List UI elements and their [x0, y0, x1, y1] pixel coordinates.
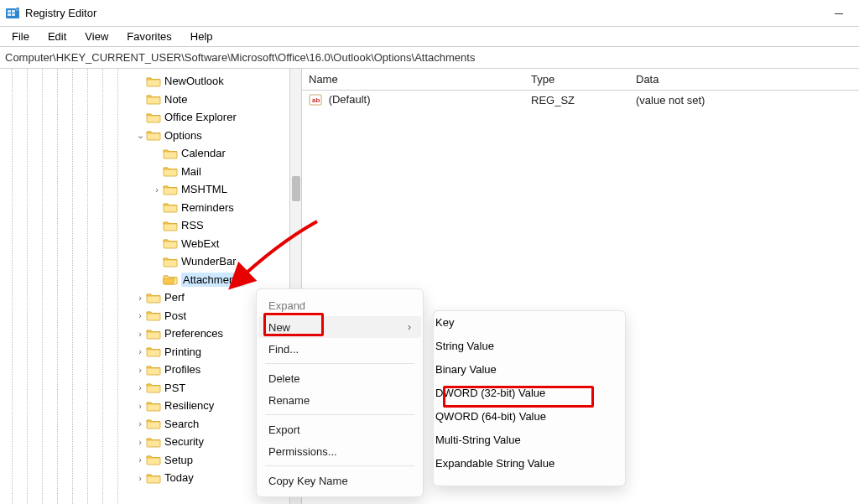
- tree-item-label: Options: [164, 129, 202, 142]
- tree-item-label: WunderBar: [181, 255, 237, 268]
- tree-item-label: Perf: [164, 291, 185, 304]
- submenu-string-value[interactable]: String Value: [435, 340, 623, 363]
- tree-twisty[interactable]: ›: [151, 184, 163, 195]
- tree-item-label: Calendar: [181, 147, 226, 159]
- folder-icon: [146, 309, 161, 321]
- menu-item-label: Rename: [268, 394, 310, 407]
- submenu-expandable-string-value[interactable]: Expandable String Value: [435, 457, 623, 481]
- menu-permissions-[interactable]: Permissions...: [258, 440, 421, 462]
- tree-item-calendar[interactable]: Calendar: [0, 144, 301, 163]
- tree-twisty[interactable]: ›: [134, 365, 146, 375]
- menu-edit[interactable]: Edit: [39, 29, 75, 44]
- tree-item-webext[interactable]: WebExt: [0, 235, 301, 253]
- submenu-dword-32-bit-value[interactable]: DWORD (32-bit) Value: [435, 387, 623, 410]
- svg-text:ab: ab: [312, 96, 320, 104]
- folder-icon: [163, 256, 178, 268]
- menu-delete[interactable]: Delete: [258, 367, 421, 389]
- tree-item-options[interactable]: ⌄Options: [0, 127, 301, 145]
- folder-icon: [146, 328, 161, 340]
- menu-item-label: Delete: [268, 372, 300, 385]
- menu-item-label: Find...: [268, 343, 299, 356]
- menu-favorites[interactable]: Favorites: [118, 29, 180, 44]
- submenu-qword-64-bit-value[interactable]: QWORD (64-bit) Value: [435, 410, 623, 434]
- svg-rect-6: [835, 13, 843, 14]
- menu-copy-key-name[interactable]: Copy Key Name: [258, 470, 421, 491]
- menu-expand: Expand: [258, 294, 421, 316]
- tree-item-reminders[interactable]: Reminders: [0, 199, 301, 217]
- menu-help[interactable]: Help: [182, 29, 221, 44]
- column-name[interactable]: Name: [302, 70, 524, 89]
- tree-item-newoutlook[interactable]: NewOutlook: [0, 72, 301, 91]
- tree-twisty[interactable]: ›: [134, 401, 146, 411]
- tree-twisty[interactable]: ›: [134, 329, 146, 339]
- tree-item-rss[interactable]: RSS: [0, 216, 301, 235]
- tree-item-note[interactable]: Note: [0, 91, 301, 109]
- menu-separator: [265, 414, 414, 415]
- folder-icon: [146, 454, 161, 465]
- cell-type: REG_SZ: [524, 92, 629, 108]
- list-row[interactable]: ab (Default) REG_SZ (value not set): [302, 91, 859, 109]
- tree-item-label: Preferences: [164, 327, 223, 340]
- folder-icon: [163, 201, 178, 213]
- submenu-item-label: Multi-String Value: [435, 434, 521, 446]
- tree-item-label: Search: [164, 418, 199, 430]
- scrollbar-thumb[interactable]: [292, 176, 300, 201]
- menu-export[interactable]: Export: [258, 418, 421, 440]
- cell-name-text: (Default): [329, 93, 371, 106]
- tree-twisty[interactable]: ›: [134, 293, 146, 303]
- menu-separator: [265, 363, 414, 364]
- tree-item-label: Security: [164, 435, 204, 448]
- submenu-multi-string-value[interactable]: Multi-String Value: [435, 434, 623, 457]
- column-data[interactable]: Data: [629, 70, 859, 89]
- submenu-binary-value[interactable]: Binary Value: [435, 363, 623, 387]
- folder-icon: [146, 93, 161, 105]
- tree-item-label: NewOutlook: [164, 75, 224, 87]
- tree-twisty[interactable]: ›: [134, 418, 146, 429]
- menu-file[interactable]: File: [3, 29, 38, 44]
- main-split: NewOutlookNoteOffice Explorer⌄OptionsCal…: [0, 69, 859, 504]
- tree-item-label: Reminders: [181, 201, 234, 214]
- folder-icon: [146, 400, 161, 412]
- tree-item-office-explorer[interactable]: Office Explorer: [0, 108, 301, 127]
- tree-item-wunderbar[interactable]: WunderBar: [0, 252, 301, 271]
- address-bar[interactable]: Computer\HKEY_CURRENT_USER\Software\Micr…: [0, 47, 859, 69]
- folder-icon: [163, 184, 178, 195]
- tree-item-label: Profiles: [164, 363, 200, 376]
- tree-twisty[interactable]: ›: [134, 310, 146, 320]
- tree-item-mshtml[interactable]: ›MSHTML: [0, 180, 301, 199]
- menu-rename[interactable]: Rename: [258, 389, 421, 411]
- menu-item-label: Copy Key Name: [268, 475, 348, 487]
- tree-twisty[interactable]: ›: [134, 382, 146, 392]
- submenu-key[interactable]: Key: [435, 316, 623, 340]
- context-menu[interactable]: ExpandNew›Find...DeleteRenameExportPermi…: [256, 288, 424, 497]
- tree-twisty[interactable]: ›: [134, 473, 146, 483]
- svg-rect-3: [8, 13, 11, 16]
- minimize-button[interactable]: [824, 2, 854, 25]
- tree-item-mail[interactable]: Mail: [0, 163, 301, 181]
- tree-twisty[interactable]: ›: [134, 346, 146, 356]
- column-type[interactable]: Type: [524, 70, 629, 89]
- tree-item-label: MSHTML: [181, 183, 227, 195]
- menu-item-label: Permissions...: [268, 445, 337, 458]
- app-icon: [5, 6, 20, 21]
- tree-item-label: Mail: [181, 165, 201, 178]
- window-title: Registry Editor: [25, 7, 96, 19]
- svg-point-5: [16, 7, 19, 10]
- menu-view[interactable]: View: [76, 29, 117, 44]
- tree-twisty[interactable]: ›: [134, 455, 146, 465]
- submenu-item-label: Key: [435, 316, 454, 329]
- folder-icon: [146, 292, 161, 304]
- tree-item-label: Today: [164, 471, 194, 484]
- menu-item-label: Expand: [268, 299, 305, 312]
- tree-item-attachments[interactable]: Attachments: [0, 271, 301, 289]
- tree-twisty[interactable]: ⌄: [134, 130, 146, 141]
- folder-icon: [146, 129, 161, 141]
- submenu-new[interactable]: KeyString ValueBinary ValueDWORD (32-bit…: [433, 310, 626, 486]
- menu-find-[interactable]: Find...: [258, 338, 421, 360]
- tree-twisty[interactable]: ›: [134, 437, 146, 447]
- tree-item-label: Office Explorer: [164, 111, 237, 123]
- folder-icon: [146, 382, 161, 393]
- svg-rect-1: [8, 10, 11, 13]
- tree-item-label: PST: [164, 382, 185, 394]
- menu-new[interactable]: New›: [258, 316, 421, 338]
